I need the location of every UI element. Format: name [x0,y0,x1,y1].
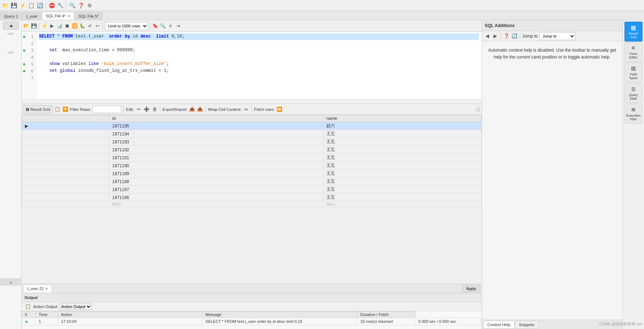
filter-rows-input[interactable] [92,106,121,113]
tab-tuser[interactable]: t_user [22,12,42,20]
output-col-num: # [22,312,36,318]
fetch-rows-label: Fetch rows: [254,107,275,112]
sep-sql2 [103,23,103,29]
left-sidebar-btn1[interactable]: ◀ [3,22,19,30]
indent-icon[interactable]: ⇥ [175,23,181,29]
action-output-label: Action Output [33,304,57,309]
result-area: ▦ Result Grid 📋 🔽 Filter Rows: Edit: ✏ ➕… [22,104,482,283]
output-panel: Output 📋 Action Output Action Output # T… [22,293,482,329]
output-toolbar: 📋 Action Output Action Output [22,302,482,311]
rbtab-context-help-label: Context Help [487,322,510,327]
stop-icon[interactable]: ⛔ [48,2,55,9]
rsidebar-query-stats-label: Query Stats [626,93,641,100]
result-row[interactable]: 1871187 王五 [22,186,482,194]
row-name-cell: 王五 [323,138,482,146]
fetch-icon[interactable]: ⏩ [276,106,283,113]
commit-icon[interactable]: ✔ [87,23,93,29]
bookmark-icon[interactable]: 🔖 [152,23,158,29]
table-icon[interactable]: 📋 [27,2,35,9]
open-folder-icon[interactable]: 📁 [1,2,9,9]
toggle-icon[interactable]: 🔀 [71,23,78,29]
result-row[interactable]: ▶ 1871195 赵六 [22,122,482,130]
tab-sqlfile4-close[interactable]: ✕ [68,14,70,18]
output-copy-icon[interactable]: 📋 [25,303,31,310]
tab-sqlfile4[interactable]: SQL File 4* ✕ [42,12,74,20]
rsidebar-query-stats-btn[interactable]: ≣ Query Stats [625,83,643,103]
editor-scrollbar-h[interactable] [22,99,482,104]
rsidebar-form-editor-btn[interactable]: ≡ Form Editor [625,42,643,62]
stop-query-icon[interactable]: ⏹ [64,23,70,29]
bottom-tab-tuser-close[interactable]: ✕ [45,287,48,291]
wrap-icon[interactable]: ⇔ [243,106,249,113]
tab-query1[interactable]: Query 1 [0,12,22,20]
auto-help-icon[interactable]: 🔄 [511,33,518,39]
refresh-icon[interactable]: 🔄 [36,2,43,9]
tab-sqlfile5[interactable]: SQL File 5* [75,12,103,20]
sep-r4 [252,106,252,113]
apply-button[interactable]: Apply [462,285,480,292]
line-dot-3 [23,49,25,52]
action-output-select[interactable]: Action Output [60,303,92,310]
rsidebar-field-types-btn[interactable]: ⊞ Field Types [625,62,643,82]
filter-icon[interactable]: 🔽 [62,106,69,113]
wrap-cell-label: Wrap Cell Content: [208,107,242,112]
jump-to-select[interactable]: Jump toFunctionsKeywordsSnippets [539,32,575,40]
wrench-icon[interactable]: 🔧 [57,2,64,9]
debug-icon[interactable]: 🐛 [79,23,86,29]
result-row[interactable]: 1871186 王五 [22,194,482,202]
add-row-icon[interactable]: ➕ [143,106,150,113]
output-col-duration: Duration / Fetch [357,312,415,318]
line-num-5: 5 [22,61,36,68]
result-row[interactable]: 1871192 王五 [22,146,482,154]
col-header-arrow [22,115,109,122]
col-header-id[interactable]: id [109,115,323,122]
code-area[interactable]: SELECT * FROM test.t_user order by id de… [36,32,482,99]
explain-icon[interactable]: 📊 [56,23,63,29]
toggle-form-icon[interactable]: 📋 [54,106,61,113]
execute-icon[interactable]: ⚡ [19,2,26,9]
save-icon[interactable]: 💾 [10,2,17,9]
expand-btn[interactable]: ⬜ [475,107,480,112]
bottom-tab-tuser[interactable]: t_user 22 ✕ [23,285,52,293]
line-num-6: 6 [22,68,36,74]
find-icon[interactable]: 🔍 [160,23,166,29]
context-help-icon[interactable]: ❓ [503,33,510,39]
import-icon[interactable]: 📥 [197,106,203,113]
execute-query-icon[interactable]: ⚡ [41,23,48,29]
nav-prev-icon[interactable]: ◀ [484,33,491,39]
nav-next-icon[interactable]: ▶ [492,33,499,39]
row-arrow-cell [22,186,109,194]
rbtab-context-help[interactable]: Context Help [483,321,514,329]
result-grid-btn[interactable]: ▦ Result Grid [23,105,53,113]
null-name-cell: NULL [323,202,482,207]
rsidebar-result-grid-btn[interactable]: ▦ Result Grid [625,22,643,42]
save-file-icon[interactable]: 💾 [31,23,37,29]
limit-select[interactable]: Limit to 1000 rows [105,22,148,30]
tab-tuser-label: t_user [26,14,38,18]
search-icon[interactable]: 🔍 [69,2,76,9]
help-icon[interactable]: ❓ [77,2,84,9]
edit-icon[interactable]: ✏ [135,106,142,113]
result-row[interactable]: 1871191 王五 [22,154,482,162]
rbtab-snippets[interactable]: Snippets [515,321,539,329]
delete-row-icon[interactable]: 🗑 [151,106,158,113]
open-file-icon[interactable]: 📂 [23,23,30,29]
result-table-wrap[interactable]: id name ▶ 1871195 赵六 1871194 王五 1871193 … [22,115,482,283]
row-arrow-cell: ▶ [22,122,109,130]
col-header-name[interactable]: name [323,115,482,122]
execution-plan-sidebar-icon: ≋ [631,106,636,113]
row-name-cell: 王五 [323,170,482,178]
result-row[interactable]: 1871189 王五 [22,170,482,178]
result-row[interactable]: 1871190 王五 [22,162,482,170]
result-row[interactable]: 1871193 王五 [22,138,482,146]
result-row[interactable]: 1871194 王五 [22,130,482,138]
row-arrow-cell [22,146,109,154]
number-icon[interactable]: # [167,23,174,29]
settings-icon[interactable]: ⚙ [86,2,93,9]
rollback-icon[interactable]: ↩ [94,23,101,29]
execute-current-icon[interactable]: ▶ [49,23,55,29]
rsidebar-execution-plan-btn[interactable]: ≋ Execution Plan [625,104,643,124]
filter-rows-label: Filter Rows: [70,107,91,112]
result-row[interactable]: 1871188 王五 [22,178,482,186]
export-icon[interactable]: 📤 [189,106,195,113]
